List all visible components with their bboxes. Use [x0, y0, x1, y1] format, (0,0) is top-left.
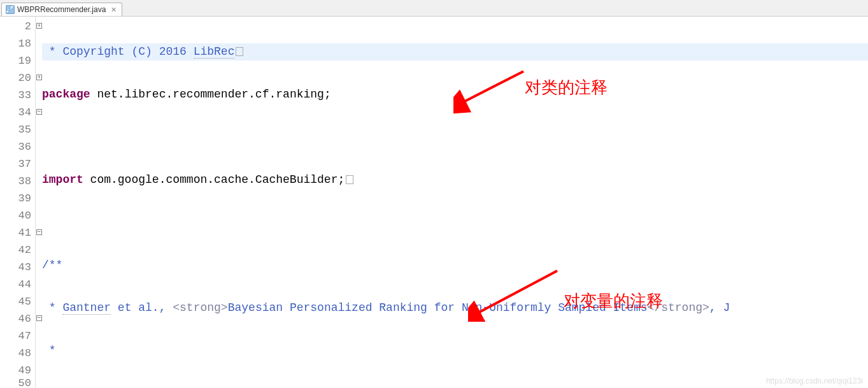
tab-bar: WBPRRecommender.java ✕ [0, 0, 868, 17]
fold-box-icon [236, 47, 243, 56]
fold-icon[interactable]: + [36, 23, 42, 29]
tab-filename: WBPRRecommender.java [17, 5, 106, 14]
line-gutter: 2+ 18 19 20+ 33 34− 35 36 37 38 39 40 41… [0, 17, 36, 388]
fold-icon[interactable]: − [36, 229, 42, 235]
code-area[interactable]: * Copyright (C) 2016 LibRec package net.… [36, 17, 868, 388]
fold-icon[interactable]: − [36, 109, 42, 115]
fold-icon[interactable]: − [36, 315, 42, 321]
java-file-icon [6, 5, 15, 14]
code-editor[interactable]: 2+ 18 19 20+ 33 34− 35 36 37 38 39 40 41… [0, 17, 868, 388]
fold-box-icon [346, 175, 353, 184]
close-icon[interactable]: ✕ [111, 6, 117, 14]
editor-tab[interactable]: WBPRRecommender.java ✕ [1, 3, 122, 16]
fold-icon[interactable]: + [36, 75, 42, 80]
